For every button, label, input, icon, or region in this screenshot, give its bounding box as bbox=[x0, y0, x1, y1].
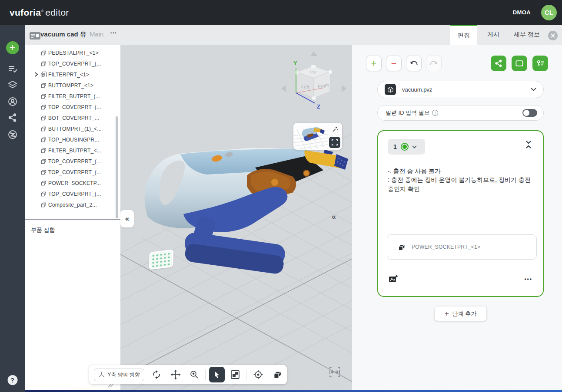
add-step-button[interactable]: + 단계 추가 bbox=[435, 306, 486, 321]
component-tree: PEDESTALPRT_<1> TOP_COVERPRT_(... bbox=[25, 47, 120, 210]
tree-scrollbar[interactable] bbox=[116, 116, 118, 218]
tree-item[interactable]: BOT_COVERPRT_... bbox=[25, 112, 120, 123]
tree-item[interactable]: TOP_HOUSINGPR... bbox=[25, 134, 120, 145]
step-number-dropdown[interactable]: 1 bbox=[388, 139, 425, 155]
layout-windows-icon[interactable] bbox=[230, 369, 240, 380]
tree-item[interactable]: FILTER_BUTPRT_(... bbox=[25, 91, 120, 102]
fit-width-icon[interactable] bbox=[328, 366, 341, 380]
web-icon[interactable] bbox=[8, 130, 17, 139]
tree-item[interactable]: TOP_COVERPRT_(... bbox=[25, 188, 120, 199]
model-select[interactable]: vacuum.pvz bbox=[377, 81, 544, 98]
tree-item[interactable]: FILTERPRT_<1> bbox=[25, 69, 120, 80]
brand-mark: ® bbox=[41, 9, 43, 13]
tree-item-label: BOT_COVERPRT_... bbox=[48, 115, 100, 121]
fullscreen-fit-icon[interactable] bbox=[329, 137, 340, 148]
cursor-icon bbox=[213, 371, 221, 379]
share-icon[interactable] bbox=[8, 113, 17, 122]
svg-text:Z: Z bbox=[317, 103, 320, 110]
collapse-step-icon[interactable] bbox=[525, 140, 532, 151]
part-icon bbox=[40, 147, 48, 154]
tree-item[interactable]: POWER_SOCKETP... bbox=[25, 178, 120, 188]
step-more-menu[interactable]: ••• bbox=[524, 276, 532, 282]
step-part-item[interactable]: POWER_SOCKETPRT_<1> bbox=[387, 234, 537, 260]
tab-publish[interactable]: 게시 bbox=[480, 25, 506, 45]
preview-screen-button[interactable] bbox=[512, 56, 527, 71]
part-icon bbox=[40, 93, 48, 99]
collapse-left-panel-button[interactable]: « bbox=[120, 210, 134, 227]
tree-item[interactable]: PEDESTALPRT_<1> bbox=[25, 47, 120, 58]
model-cube-icon bbox=[385, 84, 396, 95]
thumbnail-scene bbox=[293, 123, 328, 150]
project-title[interactable]: vacuum cad 유Main bbox=[40, 30, 103, 39]
brand-name: vuforia bbox=[10, 7, 41, 17]
zoom-icon[interactable] bbox=[190, 370, 199, 379]
tree-item-label: TOP_HOUSINGPR... bbox=[48, 137, 99, 143]
tree-item-label: FILTERPRT_<1> bbox=[48, 72, 89, 78]
tree-item-label: POWER_SOCKETP... bbox=[48, 180, 101, 186]
add-image-icon[interactable] bbox=[389, 274, 398, 285]
view-direction-dropdown[interactable]: Y축 양의 방향 bbox=[94, 369, 144, 381]
axis-icon bbox=[98, 372, 105, 378]
serial-id-row: 일련 ID 입력 필요 i bbox=[377, 105, 544, 121]
view-thumbnail[interactable] bbox=[293, 123, 342, 150]
tree-item[interactable]: TOP_COVERPRT_(... bbox=[25, 58, 120, 69]
svg-text:Top: Top bbox=[309, 69, 316, 74]
part-tool-icon[interactable] bbox=[273, 370, 283, 379]
part-icon bbox=[40, 104, 48, 110]
chevron-down-icon bbox=[412, 145, 417, 148]
step-settings-button[interactable] bbox=[532, 56, 548, 71]
part-set-label: 부품 집합 bbox=[31, 226, 55, 234]
tree-item[interactable]: Composite_part_2... bbox=[25, 199, 120, 210]
left-rail: + ? bbox=[0, 25, 25, 392]
help-button[interactable]: ? bbox=[7, 375, 17, 385]
tree-item-label: FILTER_BUTPRT_(... bbox=[48, 93, 100, 99]
tree-item-label: TOP_COVERPRT_(... bbox=[48, 158, 101, 165]
user-avatar[interactable]: CL bbox=[541, 5, 557, 20]
orbit-icon[interactable] bbox=[151, 369, 162, 380]
target-icon[interactable] bbox=[253, 369, 263, 380]
viewport-toolbar: Y축 양의 방향 bbox=[89, 365, 287, 384]
project-menu-button[interactable]: ••• bbox=[110, 31, 117, 35]
tree-item[interactable]: TOP_COVERPRT_(... bbox=[25, 102, 120, 112]
vuforia-logo: vuforia®editor bbox=[10, 7, 69, 18]
close-icon[interactable] bbox=[548, 31, 558, 40]
redo-button[interactable] bbox=[426, 56, 442, 71]
tree-item[interactable]: FILTER_BUTPRT_<... bbox=[25, 145, 120, 156]
tree-item[interactable]: BUTTOMPRT_(1)_<... bbox=[25, 123, 120, 134]
add-step-icon-button[interactable]: + bbox=[366, 56, 382, 71]
project-icon bbox=[30, 32, 40, 41]
serial-id-toggle[interactable] bbox=[522, 109, 537, 117]
expand-chevron-icon[interactable] bbox=[34, 72, 40, 77]
part-icon bbox=[40, 191, 48, 197]
add-button[interactable]: + bbox=[6, 41, 19, 54]
select-tool-button[interactable] bbox=[209, 367, 225, 382]
tree-item[interactable]: TOP_COVERPRT_(... bbox=[25, 156, 120, 167]
step-description[interactable]: -. 충전 중 사용 불가 : 충전 중에는 장비 운영이 불가능하므로, 장비… bbox=[388, 167, 535, 193]
part-icon bbox=[40, 136, 48, 143]
viewport-3d[interactable]: Top Left Front Y Z bbox=[120, 45, 352, 392]
undo-button[interactable] bbox=[406, 56, 422, 71]
tab-edit[interactable]: 편집 bbox=[450, 25, 477, 45]
part-icon bbox=[40, 169, 48, 175]
tab-details[interactable]: 세부 정보 bbox=[507, 25, 546, 45]
account-icon[interactable] bbox=[8, 97, 17, 106]
share-experience-button[interactable] bbox=[491, 56, 506, 71]
layers-icon[interactable] bbox=[8, 80, 17, 90]
view-direction-label: Y축 양의 방향 bbox=[107, 371, 140, 379]
area-target-marker[interactable] bbox=[149, 249, 173, 270]
pan-icon[interactable] bbox=[170, 369, 181, 380]
magic-wand-icon[interactable] bbox=[329, 125, 340, 135]
collapse-right-panel-button[interactable]: « bbox=[332, 212, 336, 221]
window-edge-strip bbox=[25, 390, 562, 392]
panel-resize-handle[interactable] bbox=[107, 382, 114, 390]
org-name[interactable]: DMOA bbox=[513, 9, 531, 16]
tree-item[interactable]: BUTTOMPRT_<1> bbox=[25, 80, 120, 91]
remove-step-icon-button[interactable]: − bbox=[386, 56, 402, 71]
task-list-icon[interactable] bbox=[8, 65, 17, 73]
product-name: editor bbox=[45, 7, 69, 17]
view-cube[interactable]: Top Left Front Y Z bbox=[277, 47, 351, 134]
add-step-label: 단계 추가 bbox=[452, 310, 477, 318]
info-icon[interactable]: i bbox=[432, 110, 438, 116]
part-icon bbox=[40, 115, 48, 121]
tree-item[interactable]: TOP_COVERPRT_(... bbox=[25, 167, 120, 178]
